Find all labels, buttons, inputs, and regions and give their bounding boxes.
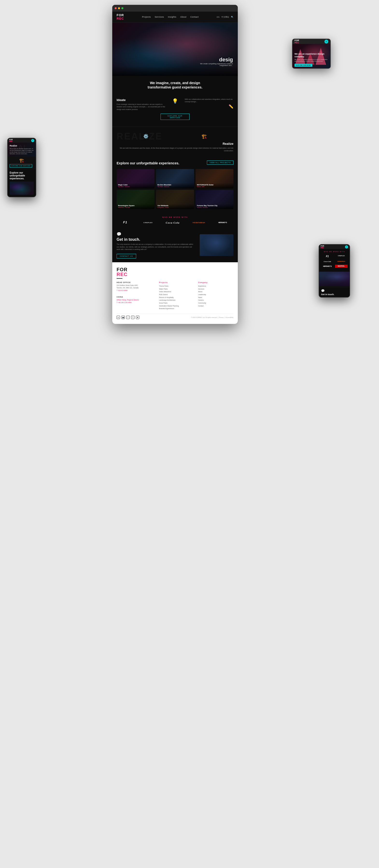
project-card-1[interactable]: Ba Den Mountain Tay Ninh, Vietnam <box>156 169 194 188</box>
footer-link-resorts[interactable]: Resorts & Hospitality <box>159 296 194 299</box>
view-all-link[interactable]: VIEW ALL PROJECTS <box>207 160 234 165</box>
phone-left-bar: FOR REC ≡ <box>8 138 36 143</box>
phone-right-partners: WHO WE WORK WITH F1 CINEPLEX Coca-Cola n… <box>319 249 350 272</box>
explore-services-button[interactable]: EXPLORE OUR SERVICES <box>161 114 190 120</box>
footer-logo-line1: FOR <box>116 267 234 272</box>
nav-projects[interactable]: Projects <box>142 16 151 18</box>
footer-link-news[interactable]: News <box>198 296 234 299</box>
nav-logo: FOR REC <box>116 13 124 21</box>
footer-grid: HEAD OFFICE 219 Dufferin Street Suite 10… <box>116 282 234 310</box>
footer-link-about[interactable]: About <box>198 290 234 293</box>
phone-left-experiences: Explore our unforgettable experiences. <box>8 169 36 197</box>
partner-f1: F1 <box>123 220 130 224</box>
project-card-4[interactable]: Xixi Wetlands Hangzhou, China <box>156 190 194 209</box>
hero-crowd <box>112 66 238 76</box>
chat-icon: 💬 <box>116 232 196 237</box>
project-overlay-3: Remmington Square Markham, Canada <box>116 204 154 209</box>
tablet-menu-icon[interactable]: ≡ <box>324 40 328 43</box>
partner-cocacola: Coca-Cola <box>166 221 180 224</box>
project-overlay-2: MOTIONGATE Dubai Dubai, UAE <box>196 183 234 188</box>
phone-services-button[interactable]: EXPLORE OUR SERVICES <box>10 164 32 167</box>
phone-left-icon: 🏗️ <box>8 157 36 164</box>
footer-link-contact[interactable]: Contact <box>198 305 234 307</box>
tablet-hero-heading: We are an experience design company. <box>295 53 328 58</box>
project-overlay-0: Magic Cube Tay Ninh, Vietnam <box>116 183 154 188</box>
tablet-mockup: FOR REC ≡ We are an experience design co… <box>292 39 331 69</box>
phone-right-menu-icon[interactable]: ≡ <box>345 245 348 248</box>
footer-link-leadership[interactable]: Leadership <box>198 293 234 296</box>
youtube-icon[interactable]: ▶ <box>136 316 139 319</box>
footer-link-services[interactable]: Services <box>198 288 234 290</box>
experiences-section: Explore our unforgettable experiences. V… <box>112 156 238 213</box>
footer-privacy[interactable]: Privacy <box>219 317 224 318</box>
nav-contact[interactable]: Contact <box>190 16 199 18</box>
nav-about[interactable]: About <box>180 16 186 18</box>
lang-en[interactable]: EN <box>217 16 219 18</box>
footer-link-snow[interactable]: Snow Parks <box>159 302 194 305</box>
realize-content: Realize We are both the dreamers and the… <box>116 142 234 152</box>
project-card-5[interactable]: Fortune Bay Tourism City Toronto, Canada <box>196 190 234 209</box>
lang-cn[interactable]: 中文网站 <box>221 16 229 19</box>
project-card-3[interactable]: Remmington Square Markham, Canada <box>116 190 154 209</box>
phone-left-menu-icon[interactable]: ≡ <box>31 139 34 142</box>
phone-partner-cineplex: CINEPLEX <box>335 254 348 258</box>
nav-services[interactable]: Services <box>155 16 164 18</box>
tablet-hero-sub: We create compelling experiences rooted … <box>295 59 328 62</box>
hero-section: desig We create compelling experiences r… <box>112 23 238 76</box>
nav-links: Projects Services Insights About Contact <box>142 16 199 18</box>
phone-exp-image <box>10 182 34 195</box>
realize-section: REALIZE ⚙️ 🏗️ Realize We are both the dr… <box>112 127 238 156</box>
facebook-icon[interactable]: f <box>126 316 130 319</box>
services-grid: Ideate From strategic visioning to brand… <box>116 98 234 111</box>
phone-partner-hersheys: HERSHEY'S <box>321 265 334 268</box>
footer-link-community[interactable]: Community <box>198 302 234 305</box>
ideate-title: Ideate <box>116 98 165 102</box>
footer-link-experience[interactable]: Experience <box>198 285 234 288</box>
twitter-icon[interactable]: 𝕏 <box>131 316 134 319</box>
tablet-explore-btn[interactable]: EXPLORE OUR WORK <box>295 64 312 67</box>
browser-min-dot <box>118 7 120 9</box>
project-title-1: Ba Den Mountain <box>158 184 193 186</box>
phone-left-mockup: FOR REC ≡ REAL Realize We are both the d… <box>7 138 36 197</box>
contact-description: The very essence of who we are as a comp… <box>116 243 196 251</box>
head-office-tel: 416.619.8686 <box>118 289 128 291</box>
partner-hersheys: HERSHEY'S <box>218 222 227 223</box>
social-icons: in 📷 f 𝕏 ▶ <box>116 316 139 319</box>
footer-logo-line2: REC <box>116 272 234 277</box>
contact-text: 💬 Get in touch. The very essence of who … <box>116 232 196 258</box>
footer-link-theme-parks[interactable]: Theme Parks <box>159 285 194 288</box>
instagram-icon[interactable]: 📷 <box>122 316 125 319</box>
project-overlay-5: Fortune Bay Tourism City Toronto, Canada <box>196 204 234 209</box>
footer-projects-col: Projects Theme Parks Water Parks Visitor… <box>159 282 194 310</box>
project-card-2[interactable]: MOTIONGATE Dubai Dubai, UAE <box>196 169 234 188</box>
phone-contact-image <box>319 272 350 286</box>
footer-link-visitor[interactable]: Visitor Attractions <box>159 290 194 293</box>
phone-partner-marvel: MARVEL <box>335 265 348 268</box>
head-office-label: HEAD OFFICE <box>116 282 155 283</box>
search-icon[interactable]: 🔍 <box>231 16 234 18</box>
services-section: Ideate From strategic visioning to brand… <box>112 94 238 127</box>
hero-design-word: desig <box>194 57 233 63</box>
contact-us-button[interactable]: CONTACT US <box>116 254 136 258</box>
partner-cineplex: CINEPLEX <box>143 222 152 223</box>
tagline-main: We imagine, create, and design transform… <box>116 81 234 89</box>
footer-link-landscape[interactable]: Landscape Architecture <box>159 299 194 302</box>
phone-partner-cocacola: Coca-Cola <box>321 260 334 263</box>
footer-company-col: Company Experience Services About Leader… <box>198 282 234 310</box>
phone-exp-heading: Explore our unforgettable experiences. <box>10 172 34 180</box>
project-location-5: Toronto, Canada <box>197 207 232 208</box>
footer-link-branded[interactable]: Branded Experiences <box>159 307 194 310</box>
linkedin-icon[interactable]: in <box>116 316 120 319</box>
footer-link-rge[interactable]: RGE District <box>159 293 194 296</box>
contact-heading: Get in touch. <box>116 237 196 242</box>
footer-accessibility[interactable]: Accessibility <box>226 317 234 318</box>
nav-insights[interactable]: Insights <box>168 16 176 18</box>
footer-link-destination[interactable]: Destination Master Planning <box>159 305 194 307</box>
footer-link-water-parks[interactable]: Water Parks <box>159 288 194 290</box>
footer-link-careers[interactable]: Careers <box>198 299 234 302</box>
phone-right-logo: FOR REC <box>320 245 324 248</box>
head-office-address: 219 Dufferin Street Suite 100C Toronto, … <box>116 284 155 292</box>
contact-section: 💬 Get in touch. The very essence of who … <box>112 228 238 262</box>
project-card-0[interactable]: Magic Cube Tay Ninh, Vietnam <box>116 169 154 188</box>
contact-image <box>200 234 234 256</box>
